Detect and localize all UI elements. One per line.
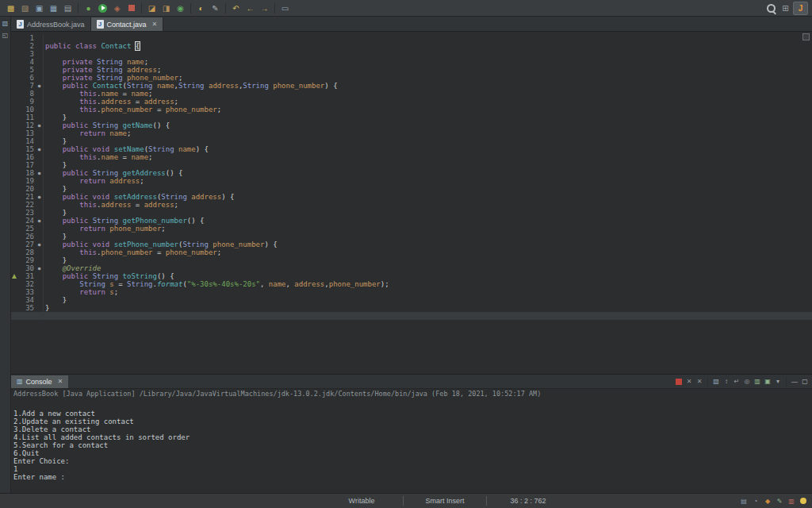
code-line[interactable]: 23 }: [11, 209, 812, 217]
new-package-icon[interactable]: ◨: [159, 2, 173, 14]
save-all-icon[interactable]: ▦: [47, 2, 60, 14]
save-icon[interactable]: ▣: [33, 2, 46, 14]
code-line[interactable]: 30● @Override: [11, 264, 812, 272]
code-line[interactable]: 10 this.phone_number = phone_number;: [11, 106, 812, 114]
edit-mode-icon[interactable]: ✎: [775, 496, 784, 506]
code-line[interactable]: 28 this.phone_number = phone_number;: [11, 248, 812, 256]
print-icon[interactable]: ▤: [61, 2, 75, 14]
remove-launch-icon[interactable]: ✕: [684, 377, 694, 387]
display-console-icon[interactable]: ▥: [753, 377, 762, 387]
run-icon[interactable]: [96, 2, 109, 14]
code-line[interactable]: [11, 312, 812, 320]
fold-gutter: [36, 248, 44, 256]
terminate-icon[interactable]: [674, 377, 684, 387]
code-line[interactable]: 31 public String toString() {: [11, 272, 812, 280]
notification-icon[interactable]: ◆: [763, 496, 772, 506]
code-line[interactable]: 21● public void setAddress(String addres…: [11, 193, 812, 201]
code-line[interactable]: 17 }: [11, 161, 812, 169]
code-line[interactable]: 4 private String name;: [11, 58, 812, 66]
code-line[interactable]: 12● public String getName() {: [11, 121, 812, 129]
annotation-gutter: [11, 34, 18, 42]
fold-marker-icon[interactable]: ●: [36, 264, 44, 272]
forward-icon[interactable]: →: [258, 2, 271, 14]
fold-marker-icon[interactable]: ●: [36, 193, 44, 201]
code-line[interactable]: 6 private String phone_number;: [11, 74, 812, 82]
code-line[interactable]: 7● public Contact(String name,String add…: [11, 82, 812, 90]
code-line[interactable]: 3: [11, 50, 812, 58]
code-line[interactable]: 19 return address;: [11, 177, 812, 185]
code-line[interactable]: 16 this.name = name;: [11, 153, 812, 161]
code-line[interactable]: 1: [11, 34, 812, 42]
profile-icon[interactable]: ◈: [110, 2, 124, 14]
last-edit-location-icon[interactable]: ↶: [229, 2, 243, 14]
pin-console-icon[interactable]: ◎: [742, 377, 752, 387]
code-line[interactable]: 32 String s = String.format("%-30s%-40s%…: [11, 280, 812, 288]
code-line[interactable]: 14 }: [11, 137, 812, 145]
minimized-view-icon[interactable]: ▧: [1, 18, 10, 28]
annotation-gutter: [11, 241, 18, 248]
tab-addressbook-java[interactable]: JAddressBook.java: [11, 17, 91, 31]
maximize-icon[interactable]: ▢: [800, 377, 810, 387]
new-wizard-icon[interactable]: ▩: [4, 2, 17, 14]
annotation-overview-icon[interactable]: [802, 33, 810, 40]
code-line[interactable]: 35}: [11, 304, 812, 312]
open-console-icon[interactable]: ▣: [763, 377, 772, 387]
fold-marker-icon[interactable]: ●: [36, 82, 44, 90]
back-icon[interactable]: ←: [243, 2, 257, 14]
search-icon[interactable]: [764, 2, 778, 14]
code-line[interactable]: 2public class Contact {: [11, 42, 812, 50]
code-line[interactable]: 34 }: [11, 296, 812, 304]
search-flashlight-icon[interactable]: ◐: [194, 2, 208, 14]
editor-presentation-icon[interactable]: ▤: [739, 496, 749, 506]
code-line[interactable]: 29 }: [11, 256, 812, 264]
fold-marker-icon[interactable]: ●: [36, 217, 44, 225]
code-line[interactable]: 11 }: [11, 114, 812, 121]
clear-console-icon[interactable]: ▧: [711, 377, 721, 387]
code-line[interactable]: 22 this.address = address;: [11, 201, 812, 209]
code-line[interactable]: 9 this.address = address;: [11, 98, 812, 106]
fold-marker-icon[interactable]: ●: [36, 145, 44, 153]
debug-icon[interactable]: ●: [82, 2, 95, 14]
code-line[interactable]: 5 private String address;: [11, 66, 812, 74]
java-perspective-icon[interactable]: J: [793, 2, 808, 15]
new-class-icon[interactable]: ◉: [174, 2, 187, 14]
fold-marker-icon[interactable]: ●: [36, 241, 44, 248]
code-line[interactable]: 20 }: [11, 185, 812, 193]
fold-marker-icon[interactable]: ●: [36, 121, 44, 129]
console-tab[interactable]: ▥ Console ✕: [11, 375, 68, 388]
remove-all-launches-icon[interactable]: ✕: [695, 377, 704, 387]
external-tools-icon[interactable]: [124, 2, 138, 14]
code-line[interactable]: 15● public void setName(String name) {: [11, 145, 812, 153]
build-status-icon[interactable]: ◔: [751, 496, 760, 506]
fold-gutter: [36, 185, 44, 193]
open-task-icon[interactable]: ▭: [278, 2, 292, 14]
open-file-icon[interactable]: ▨: [18, 2, 32, 14]
console-menu-icon[interactable]: ▾: [773, 377, 783, 387]
close-icon[interactable]: ✕: [152, 21, 158, 28]
scroll-lock-icon[interactable]: ↕: [722, 377, 731, 387]
error-log-icon[interactable]: ▥: [787, 496, 796, 506]
code-line[interactable]: 13 return name;: [11, 129, 812, 137]
toolbar-separator: [786, 376, 787, 387]
code-line[interactable]: 26 }: [11, 233, 812, 241]
open-perspective-icon[interactable]: ⊞: [779, 2, 792, 14]
lightbulb-icon[interactable]: [799, 496, 808, 506]
fold-marker-icon[interactable]: ●: [36, 169, 44, 177]
close-icon[interactable]: ✕: [58, 378, 63, 385]
code-line[interactable]: 8 this.name = name;: [11, 90, 812, 98]
tab-contact-java[interactable]: JContact.java✕: [91, 17, 164, 31]
word-wrap-icon[interactable]: ↵: [732, 377, 741, 387]
toggle-mark-occurrences-icon[interactable]: ✎: [209, 2, 222, 14]
code-line[interactable]: 18● public String getAddress() {: [11, 169, 812, 177]
restore-view-icon[interactable]: ◱: [1, 30, 10, 40]
code-line[interactable]: 25 return phone_number;: [11, 225, 812, 233]
code-editor[interactable]: 12public class Contact {34 private Strin…: [11, 32, 812, 374]
fold-gutter: [36, 34, 44, 42]
override-marker-icon[interactable]: [12, 274, 17, 279]
code-line[interactable]: 27● public void setPhone_number(String p…: [11, 241, 812, 248]
code-line[interactable]: 33 return s;: [11, 288, 812, 296]
new-java-project-icon[interactable]: ◪: [145, 2, 159, 14]
code-line[interactable]: 24● public String getPhone_number() {: [11, 217, 812, 225]
minimize-icon[interactable]: —: [790, 377, 799, 387]
console-output[interactable]: 1.Add a new contact2.Update an existing …: [11, 399, 812, 493]
